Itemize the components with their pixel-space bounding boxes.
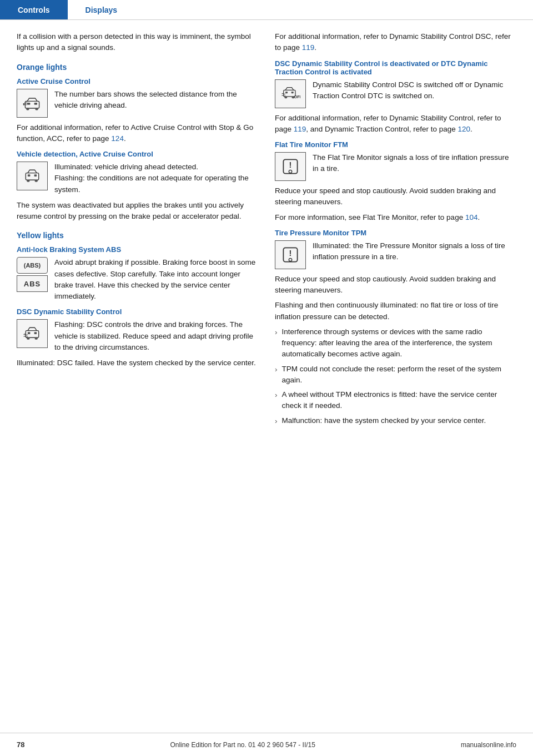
dsc-deactivated-heading: DSC Dynamic Stability Control is deactiv… [275, 59, 516, 76]
svg-text:!: ! [289, 160, 292, 169]
main-content: If a collision with a person detected in… [0, 20, 533, 463]
vehicle-ahead-icon [22, 166, 42, 186]
abs-heading: Anti-lock Braking System ABS [17, 245, 258, 254]
tpm-body2: Flashing and then continuously illuminat… [275, 300, 516, 322]
acc-icon-row: The number bars shows the selected dista… [17, 89, 258, 118]
svg-rect-19 [285, 91, 288, 93]
dsc-icon-row: Flashing: DSC controls the drive and bra… [17, 319, 258, 353]
bullet-item-4: › Malfunction: have the system checked b… [275, 415, 516, 427]
acc-car-icon [22, 93, 42, 113]
bullet-arrow-1: › [275, 327, 278, 360]
dsc-body: Illuminated: DSC failed. Have the system… [17, 357, 258, 369]
ftm-page-link[interactable]: 104 [465, 213, 478, 221]
right-intro-page-link[interactable]: 119 [302, 43, 315, 52]
ftm-body1: Reduce your speed and stop cautiously. A… [275, 185, 516, 208]
abs-top-icon: (ABS) [17, 257, 48, 274]
page-number: 78 [17, 740, 24, 749]
intro-paragraph: If a collision with a person detected in… [17, 31, 258, 54]
vehicle-detection-icon [17, 162, 48, 190]
svg-rect-20 [291, 91, 294, 93]
tpm-bullet-list: › Interference through systems or device… [275, 326, 516, 427]
bullet-arrow-3: › [275, 390, 278, 412]
svg-rect-6 [25, 102, 26, 105]
svg-rect-4 [35, 108, 38, 110]
svg-rect-2 [34, 103, 37, 105]
dsc-page2-link[interactable]: 120 [457, 125, 470, 133]
tpm-icon-text: Illuminated: the Tire Pressure Monitor s… [313, 240, 516, 263]
acc-body: For additional information, refer to Act… [17, 122, 258, 145]
dsc-icon [17, 319, 48, 348]
ftm-body2: For more information, see Flat Tire Moni… [275, 212, 516, 223]
abs-double-icon: (ABS) ABS [17, 257, 48, 292]
dsc-heading: DSC Dynamic Stability Control [17, 308, 258, 316]
abs-bottom-icon: ABS [17, 275, 48, 292]
svg-rect-7 [26, 101, 27, 105]
ftm-icon-text: The Flat Tire Monitor signals a loss of … [313, 152, 516, 175]
orange-lights-heading: Orange lights [17, 63, 258, 72]
svg-rect-12 [35, 180, 38, 182]
ftm-icon: ! [275, 152, 306, 181]
svg-rect-1 [27, 103, 30, 105]
dsc-car-skid-icon [22, 324, 42, 344]
dsc-deact-icon-text: Dynamic Stability Control DSC is switche… [313, 79, 516, 102]
svg-rect-14 [28, 332, 31, 335]
acc-icon-text: The number bars shows the selected dista… [54, 89, 258, 112]
svg-text:OFF: OFF [294, 94, 300, 99]
left-column: If a collision with a person detected in… [17, 31, 258, 430]
bullet-item-2: › TPM could not conclude the reset: perf… [275, 364, 516, 386]
edition-text: Online Edition for Part no. 01 40 2 960 … [170, 741, 315, 749]
svg-rect-21 [284, 96, 287, 98]
page-header: Controls Displays [0, 0, 533, 20]
dsc-page1-link[interactable]: 119 [294, 125, 306, 133]
vehicle-detection-text: Illuminated: vehicle driving ahead detec… [54, 162, 258, 195]
vehicle-detection-heading: Vehicle detection, Active Cruise Control [17, 150, 258, 158]
ftm-icon-row: ! The Flat Tire Monitor signals a loss o… [275, 152, 516, 181]
svg-rect-15 [34, 332, 37, 335]
dsc-deact-body: For additional information, refer to Dyn… [275, 113, 516, 135]
tab-displays[interactable]: Displays [68, 0, 135, 19]
abs-icon-row: (ABS) ABS Avoid abrupt braking if possib… [17, 257, 258, 302]
right-column: For additional information, refer to Dyn… [275, 31, 516, 430]
dsc-deact-icon-row: OFF Dynamic Stability Control DSC is swi… [275, 79, 516, 108]
flat-tire-icon: ! [280, 157, 300, 177]
svg-point-26 [289, 170, 291, 173]
tab-controls[interactable]: Controls [0, 0, 68, 19]
svg-rect-3 [26, 108, 29, 110]
page-footer: 78 Online Edition for Part no. 01 40 2 9… [0, 733, 533, 756]
acc-icon [17, 89, 48, 118]
tire-pressure-icon: ! [280, 245, 300, 265]
bullet-arrow-2: › [275, 364, 278, 386]
dsc-off-car-icon: OFF [280, 84, 300, 104]
svg-rect-0 [25, 101, 39, 108]
svg-rect-11 [27, 180, 29, 182]
bullet-arrow-4: › [275, 416, 278, 427]
acc-heading: Active Cruise Control [17, 77, 258, 85]
svg-rect-16 [27, 337, 29, 340]
svg-rect-5 [23, 103, 24, 105]
svg-rect-17 [35, 337, 38, 340]
acc-page-link[interactable]: 124 [111, 134, 124, 143]
vehicle-detection-icon-row: Illuminated: vehicle driving ahead detec… [17, 162, 258, 195]
ftm-heading: Flat Tire Monitor FTM [275, 140, 516, 149]
tpm-heading: Tire Pressure Monitor TPM [275, 229, 516, 237]
svg-point-29 [289, 258, 291, 261]
vehicle-detection-body: The system was deactivated but applies t… [17, 200, 258, 223]
abs-icon-text: Avoid abrupt braking if possible. Brakin… [54, 257, 258, 302]
right-intro: For additional information, refer to Dyn… [275, 31, 516, 54]
tpm-body1: Reduce your speed and stop cautiously. A… [275, 274, 516, 296]
site-text: manualsonline.info [461, 741, 516, 749]
dsc-off-icon: OFF [275, 79, 306, 108]
svg-rect-10 [34, 174, 37, 177]
svg-rect-9 [28, 174, 31, 177]
tpm-icon-row: ! Illuminated: the Tire Pressure Monitor… [275, 240, 516, 269]
bullet-item-3: › A wheel without TPM electronics is fit… [275, 389, 516, 412]
svg-text:!: ! [289, 249, 292, 258]
bullet-item-1: › Interference through systems or device… [275, 326, 516, 360]
svg-rect-8 [26, 173, 38, 180]
yellow-lights-heading: Yellow lights [17, 231, 258, 240]
dsc-icon-text: Flashing: DSC controls the drive and bra… [54, 319, 258, 353]
tpm-icon: ! [275, 240, 306, 269]
